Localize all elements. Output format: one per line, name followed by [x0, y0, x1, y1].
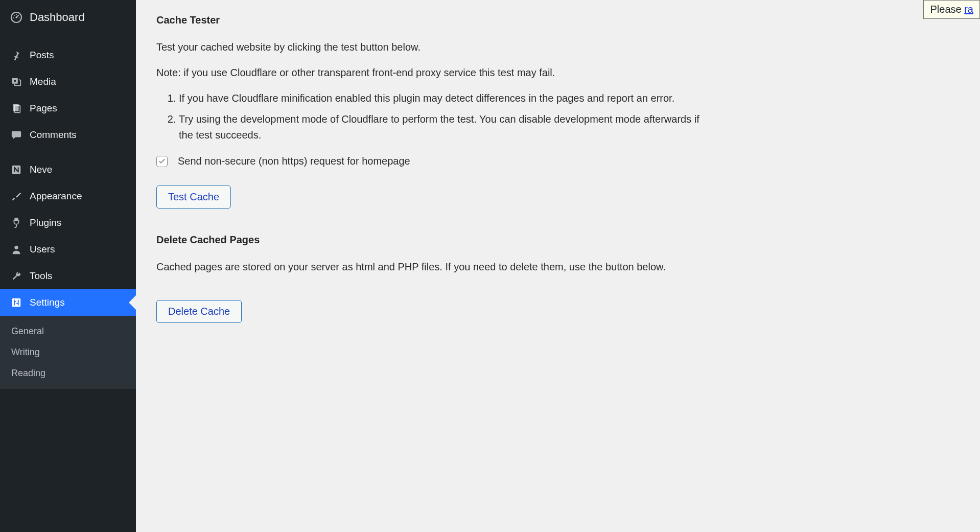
sidebar-item-label: Plugins [30, 217, 61, 228]
comment-icon [9, 128, 24, 142]
sidebar-item-media[interactable]: Media [0, 68, 136, 95]
svg-point-5 [19, 17, 20, 18]
settings-submenu: General Writing Reading [0, 316, 136, 389]
sidebar-item-posts[interactable]: Posts [0, 42, 136, 68]
note-item: If you have Cloudflare minification enab… [179, 90, 708, 106]
submenu-item-general[interactable]: General [0, 321, 136, 342]
plug-icon [9, 216, 24, 230]
svg-point-3 [14, 15, 15, 16]
sidebar-item-pages[interactable]: Pages [0, 95, 136, 122]
sliders-icon [9, 295, 24, 310]
sidebar-item-label: Users [30, 244, 55, 255]
pin-icon [9, 48, 24, 62]
svg-point-7 [14, 80, 16, 82]
sidebar-item-label: Media [30, 76, 56, 87]
main-content: Please ra Cache Tester Test your cached … [136, 0, 980, 532]
sidebar-item-settings[interactable]: Settings [0, 289, 136, 316]
sidebar-item-tools[interactable]: Tools [0, 263, 136, 289]
sidebar-item-label: Neve [30, 164, 52, 175]
delete-cache-heading: Delete Cached Pages [156, 234, 960, 246]
sidebar-item-appearance[interactable]: Appearance [0, 183, 136, 210]
pages-icon [9, 101, 24, 115]
nonsecure-checkbox[interactable] [156, 156, 168, 167]
sidebar-item-label: Settings [30, 297, 65, 308]
admin-sidebar: Dashboard Posts Media Pages Comments Nev… [0, 0, 136, 532]
brush-icon [9, 189, 24, 203]
submenu-item-reading[interactable]: Reading [0, 363, 136, 384]
user-icon [9, 242, 24, 257]
sidebar-item-label: Appearance [30, 191, 82, 202]
notice-text: Please [930, 4, 964, 15]
rating-notice: Please ra [923, 0, 980, 19]
svg-point-11 [14, 246, 18, 249]
note-list: If you have Cloudflare minification enab… [156, 90, 708, 143]
delete-cache-button[interactable]: Delete Cache [156, 300, 242, 323]
sidebar-item-comments[interactable]: Comments [0, 122, 136, 148]
cache-tester-note: Note: if you use Cloudflare or other tra… [156, 65, 708, 80]
sidebar-item-label: Comments [30, 129, 77, 141]
cache-tester-intro: Test your cached website by clicking the… [156, 39, 708, 55]
sidebar-item-dashboard[interactable]: Dashboard [0, 4, 136, 31]
delete-cache-intro: Cached pages are stored on your server a… [156, 259, 708, 274]
check-icon [158, 157, 166, 166]
sidebar-item-users[interactable]: Users [0, 236, 136, 263]
sidebar-item-label: Dashboard [30, 11, 85, 24]
neve-icon [9, 163, 24, 177]
note-item: Try using the development mode of Cloudf… [179, 111, 708, 143]
media-icon [9, 75, 24, 89]
dashboard-icon [9, 10, 24, 25]
cache-tester-heading: Cache Tester [156, 14, 960, 26]
svg-point-4 [16, 14, 17, 15]
svg-point-2 [13, 17, 14, 18]
nonsecure-checkbox-label: Send non-secure (non https) request for … [178, 155, 410, 167]
submenu-item-writing[interactable]: Writing [0, 342, 136, 363]
sidebar-item-neve[interactable]: Neve [0, 156, 136, 183]
wrench-icon [9, 269, 24, 283]
sidebar-item-label: Pages [30, 103, 57, 114]
sidebar-item-plugins[interactable]: Plugins [0, 210, 136, 236]
sidebar-item-label: Tools [30, 270, 52, 282]
sidebar-item-label: Posts [30, 50, 54, 61]
svg-point-1 [15, 16, 17, 18]
notice-link[interactable]: ra [964, 4, 973, 15]
svg-rect-12 [12, 298, 21, 307]
nonsecure-checkbox-row: Send non-secure (non https) request for … [156, 155, 960, 167]
test-cache-button[interactable]: Test Cache [156, 186, 231, 209]
